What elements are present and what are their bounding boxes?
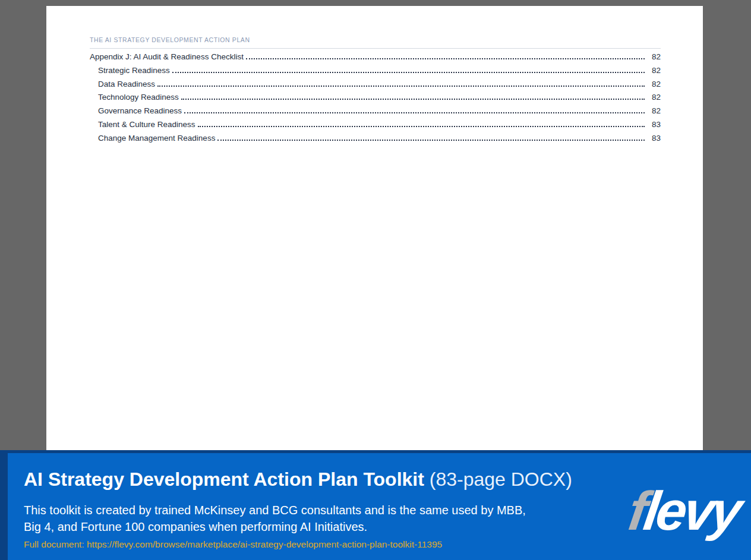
toc-dot-leader xyxy=(217,140,645,141)
toc-page-number: 82 xyxy=(648,80,661,88)
toc-entry[interactable]: Data Readiness 82 xyxy=(90,80,661,93)
toc-entry[interactable]: Talent & Culture Readiness 83 xyxy=(90,120,661,134)
toc-entry[interactable]: Appendix J: AI Audit & Readiness Checkli… xyxy=(90,52,661,66)
toc-dot-leader xyxy=(181,99,645,100)
toc-entry[interactable]: Change Management Readiness 83 xyxy=(90,134,661,147)
banner-title-suffix: (83-page DOCX) xyxy=(424,469,572,490)
toc-page-number: 83 xyxy=(648,134,661,143)
banner-description: This toolkit is created by trained McKin… xyxy=(24,502,526,535)
toc-dot-leader xyxy=(157,86,645,87)
flevy-logo-levy: levy xyxy=(640,480,743,541)
flevy-logo: flevy xyxy=(626,488,743,534)
toc-entry-label: Governance Readiness xyxy=(98,106,182,115)
toc-entry-label: Appendix J: AI Audit & Readiness Checkli… xyxy=(90,52,244,61)
banner-title-main: AI Strategy Development Action Plan Tool… xyxy=(24,469,424,490)
header-rule xyxy=(90,48,661,49)
toc-dot-leader xyxy=(198,126,645,127)
toc-entry[interactable]: Strategic Readiness 82 xyxy=(90,66,661,80)
toc-dot-leader xyxy=(172,72,645,73)
banner-title: AI Strategy Development Action Plan Tool… xyxy=(24,469,572,491)
full-document-link[interactable]: Full document: https://flevy.com/browse/… xyxy=(24,539,442,550)
toc-list: Appendix J: AI Audit & Readiness Checkli… xyxy=(90,52,661,147)
document-header-title: THE AI STRATEGY DEVELOPMENT ACTION PLAN xyxy=(90,36,661,43)
toc-entry-label: Talent & Culture Readiness xyxy=(98,120,195,129)
promo-banner: AI Strategy Development Action Plan Tool… xyxy=(0,450,751,560)
toc-page-number: 82 xyxy=(648,93,661,102)
toc-entry-label: Change Management Readiness xyxy=(98,134,215,143)
toc-entry-label: Technology Readiness xyxy=(98,93,179,102)
toc-dot-leader xyxy=(246,58,645,59)
toc-entry[interactable]: Governance Readiness 82 xyxy=(90,106,661,120)
toc-page-number: 82 xyxy=(648,66,661,75)
toc-page-number: 82 xyxy=(648,52,661,61)
toc-page-number: 83 xyxy=(648,120,661,129)
document-page: THE AI STRATEGY DEVELOPMENT ACTION PLAN … xyxy=(46,6,703,453)
toc-page-number: 82 xyxy=(648,106,661,115)
toc-entry-label: Data Readiness xyxy=(98,80,155,88)
page-content: THE AI STRATEGY DEVELOPMENT ACTION PLAN … xyxy=(90,36,661,147)
toc-dot-leader xyxy=(184,112,645,113)
toc-entry-label: Strategic Readiness xyxy=(98,66,170,75)
toc-entry[interactable]: Technology Readiness 82 xyxy=(90,93,661,106)
